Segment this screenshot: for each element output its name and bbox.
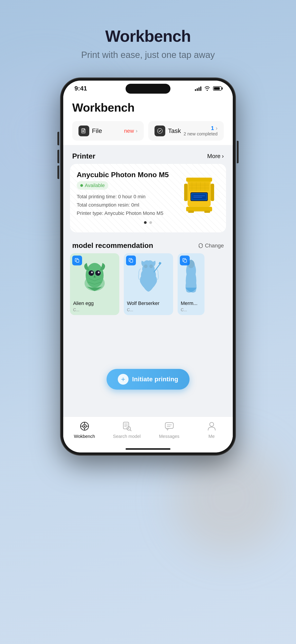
printer-detail-2: Printer type: Anycubic Photon Mono M5 [77, 210, 174, 217]
printer-info: Anycubic Photon Mono M5 Available Total … [77, 171, 174, 217]
model-copy-btn-1[interactable] [126, 256, 136, 266]
svg-point-34 [149, 264, 153, 268]
svg-point-28 [95, 270, 101, 276]
messages-nav-icon [163, 420, 175, 432]
model-name-2: Merm... [178, 298, 204, 308]
svg-point-0 [207, 90, 208, 91]
home-indicator [126, 448, 170, 450]
printer-details: Total printing time: 0 hour 0 min Total … [77, 193, 174, 217]
printer-status: Available [77, 181, 108, 190]
printer-section-header: Printer More › [63, 145, 233, 164]
nav-label-search-model: Search model [113, 434, 141, 439]
model-sub-2: C... [178, 308, 204, 315]
model-copy-btn-2[interactable] [180, 256, 190, 266]
model-card-2[interactable]: Merm... C... [178, 253, 204, 315]
nav-item-workbench[interactable]: Wokbench [63, 420, 106, 439]
svg-rect-2 [83, 131, 84, 131]
model-sub-0: C... [70, 308, 119, 315]
bottom-nav: Wokbench Search model [63, 416, 233, 452]
svg-rect-32 [130, 260, 133, 262]
printer-detail-1: Total consumption resin: 0ml [77, 202, 174, 208]
nav-item-messages[interactable]: Messages [148, 420, 190, 439]
svg-point-30 [98, 272, 100, 273]
file-action-button[interactable]: File new › [72, 121, 144, 140]
model-img-0 [70, 253, 119, 298]
file-chevron-icon: › [136, 128, 138, 134]
nav-item-me[interactable]: Me [190, 420, 233, 439]
printer-name: Anycubic Photon Mono M5 [77, 171, 174, 179]
page-title: Workbench [105, 27, 191, 45]
wifi-icon [204, 86, 210, 91]
me-nav-icon [206, 420, 218, 432]
quick-actions-bar: File new › [63, 116, 233, 145]
nav-label-workbench: Wokbench [74, 434, 95, 439]
file-label: File [92, 127, 102, 134]
model-name-0: Alien egg [70, 298, 119, 308]
battery-icon [213, 86, 222, 91]
initiate-plus-icon: + [118, 374, 129, 385]
initiate-printing-button[interactable]: + Initiate printing [107, 369, 189, 390]
printer-detail-0: Total printing time: 0 hour 0 min [77, 193, 174, 200]
file-action-right: new › [124, 128, 138, 134]
app-header: Workbench [63, 96, 233, 116]
printer-more-button[interactable]: More › [207, 153, 224, 160]
nav-label-messages: Messages [159, 434, 179, 439]
svg-rect-24 [76, 260, 79, 262]
printer-card[interactable]: Anycubic Photon Mono M5 Available Total … [70, 164, 226, 232]
page-subtitle: Print with ease, just one tap away [81, 50, 215, 60]
change-button[interactable]: Change [198, 242, 224, 249]
printer-more-chevron: › [222, 153, 224, 160]
task-icon [154, 126, 165, 136]
task-label: Task [168, 127, 181, 134]
status-icons [195, 86, 222, 91]
nav-label-me: Me [209, 434, 215, 439]
svg-point-29 [91, 272, 93, 273]
svg-rect-22 [188, 210, 194, 213]
svg-rect-6 [186, 178, 212, 182]
svg-point-27 [89, 270, 94, 276]
task-action-button[interactable]: Task 1 › 2 new completed [148, 121, 224, 140]
task-badge-count: 1 [211, 125, 214, 131]
status-dot [80, 184, 83, 187]
dynamic-island [126, 84, 170, 94]
model-img-2 [178, 253, 204, 298]
models-section-header: model recommendation Change [63, 235, 233, 253]
svg-point-33 [144, 264, 148, 268]
app-title: Workbench [72, 101, 135, 114]
printer-section-title: Printer [72, 152, 95, 160]
models-row: Alien egg C... [63, 253, 233, 315]
svg-point-40 [84, 426, 85, 427]
initiate-printing-label: Initiate printing [132, 376, 178, 383]
model-card-0[interactable]: Alien egg C... [70, 253, 119, 315]
change-label: Change [205, 242, 224, 249]
models-section: model recommendation Change [63, 235, 233, 315]
svg-rect-9 [192, 194, 206, 199]
task-action-right: 1 › 2 new completed [184, 125, 218, 136]
printer-status-text: Available [85, 182, 105, 188]
scroll-area: Printer More › Anycubic Photon Mono M5 [63, 145, 233, 438]
status-bar: 9:41 [63, 80, 233, 96]
svg-rect-13 [211, 184, 214, 201]
task-sub-text: 2 new completed [184, 131, 218, 136]
task-chevron-icon: › [216, 125, 218, 131]
file-icon [78, 126, 89, 136]
signal-icon [195, 86, 201, 91]
svg-rect-12 [184, 184, 187, 201]
workbench-nav-icon [79, 420, 90, 432]
phone-frame: 9:41 [61, 78, 235, 455]
model-name-1: Wolf Berserker [124, 298, 173, 308]
model-card-1[interactable]: Wolf Berserker C... [124, 253, 173, 315]
nav-item-search-model[interactable]: Search model [106, 420, 148, 439]
svg-rect-23 [204, 210, 210, 213]
file-badge-new: new [124, 128, 134, 134]
printer-more-label: More [207, 153, 220, 160]
svg-rect-36 [184, 260, 187, 262]
models-section-title: model recommendation [72, 242, 153, 250]
model-sub-1: C... [124, 308, 173, 315]
model-img-1 [124, 253, 173, 298]
svg-line-50 [130, 430, 131, 431]
svg-point-54 [210, 422, 214, 426]
svg-rect-3 [83, 131, 84, 132]
model-copy-btn-0[interactable] [72, 256, 82, 266]
svg-rect-51 [165, 422, 173, 428]
